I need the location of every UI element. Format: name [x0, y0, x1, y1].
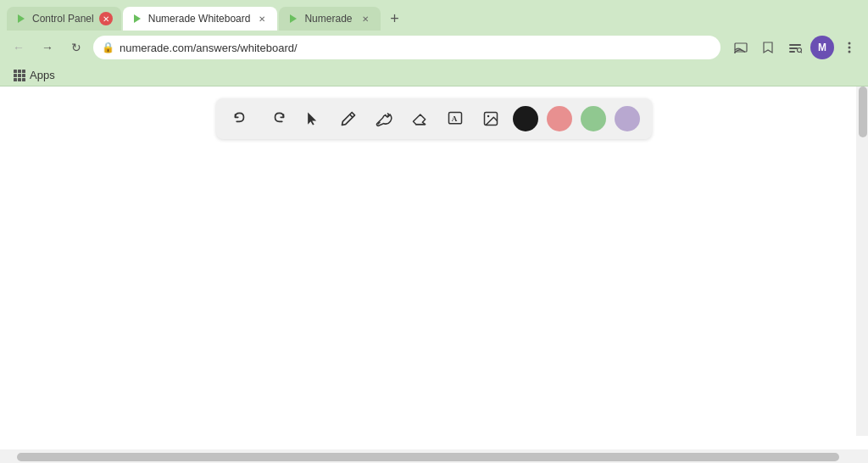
svg-marker-1	[134, 14, 141, 23]
whiteboard-toolbar: A	[216, 98, 652, 139]
tools-button[interactable]	[370, 105, 398, 132]
svg-rect-7	[789, 51, 795, 53]
svg-line-13	[350, 114, 353, 117]
tab-icon-whiteboard	[131, 13, 143, 25]
color-black[interactable]	[513, 106, 538, 131]
text-button[interactable]: A	[442, 105, 469, 132]
svg-line-9	[801, 52, 802, 53]
menu-button[interactable]	[837, 36, 861, 59]
redo-button[interactable]	[264, 105, 291, 132]
horizontal-scrollbar-thumb[interactable]	[17, 453, 839, 461]
undo-button[interactable]	[228, 105, 255, 132]
browser-frame: Control Panel ✕ Numerade Whiteboard ✕ Nu…	[0, 0, 868, 463]
svg-marker-2	[290, 14, 297, 23]
svg-point-10	[849, 42, 851, 45]
bookmarks-bar: Apps	[0, 64, 868, 86]
address-bar: ← → ↻ 🔒 numerade.com/answers/whiteboard/	[0, 31, 868, 64]
url-text: numerade.com/answers/whiteboard/	[120, 42, 712, 54]
tab-search-button[interactable]	[783, 36, 807, 59]
apps-grid-icon	[14, 70, 25, 81]
select-button[interactable]	[299, 105, 326, 132]
svg-point-8	[798, 48, 802, 53]
tab-close-control-panel[interactable]: ✕	[99, 12, 113, 25]
tab-label-whiteboard: Numerade Whiteboard	[148, 13, 251, 25]
profile-button[interactable]: M	[810, 36, 834, 59]
tab-label-control-panel: Control Panel	[32, 13, 94, 25]
scrollbar-corner	[856, 449, 868, 463]
svg-point-4	[734, 52, 736, 53]
apps-label: Apps	[30, 69, 55, 81]
new-tab-button[interactable]: +	[382, 7, 406, 31]
color-purple[interactable]	[615, 106, 640, 131]
tab-icon-control-panel	[15, 13, 27, 25]
pen-button[interactable]	[335, 105, 362, 132]
svg-point-12	[849, 51, 851, 53]
url-bar[interactable]: 🔒 numerade.com/answers/whiteboard/	[93, 36, 721, 59]
tab-close-numerade[interactable]: ✕	[359, 12, 372, 25]
image-button[interactable]	[477, 105, 504, 132]
color-green[interactable]	[581, 106, 606, 131]
lock-icon: 🔒	[102, 42, 114, 53]
page-content: A	[0, 86, 868, 449]
bookmark-button[interactable]	[756, 36, 780, 59]
tab-close-whiteboard[interactable]: ✕	[255, 12, 269, 25]
tab-numerade[interactable]: Numerade ✕	[279, 7, 381, 31]
browser-toolbar-icons: M	[729, 36, 861, 59]
cast-button[interactable]	[729, 36, 753, 59]
svg-rect-6	[789, 47, 798, 49]
svg-marker-0	[18, 14, 25, 23]
tab-control-panel[interactable]: Control Panel ✕	[7, 7, 121, 31]
reload-button[interactable]: ↻	[64, 36, 88, 59]
tab-icon-numerade	[287, 13, 299, 25]
svg-point-18	[487, 115, 490, 118]
svg-point-11	[849, 47, 851, 49]
tab-numerade-whiteboard[interactable]: Numerade Whiteboard ✕	[123, 7, 278, 31]
forward-button[interactable]: →	[36, 36, 59, 59]
svg-rect-5	[789, 44, 801, 46]
horizontal-scrollbar[interactable]	[0, 449, 868, 463]
color-pink[interactable]	[547, 106, 572, 131]
eraser-button[interactable]	[406, 105, 433, 132]
back-button[interactable]: ←	[7, 36, 31, 59]
apps-button[interactable]: Apps	[8, 67, 60, 83]
vertical-scrollbar-thumb[interactable]	[859, 86, 867, 137]
vertical-scrollbar-track[interactable]	[856, 86, 868, 436]
tab-bar: Control Panel ✕ Numerade Whiteboard ✕ Nu…	[0, 0, 868, 31]
tab-label-numerade: Numerade	[304, 13, 352, 25]
svg-text:A: A	[452, 114, 458, 123]
